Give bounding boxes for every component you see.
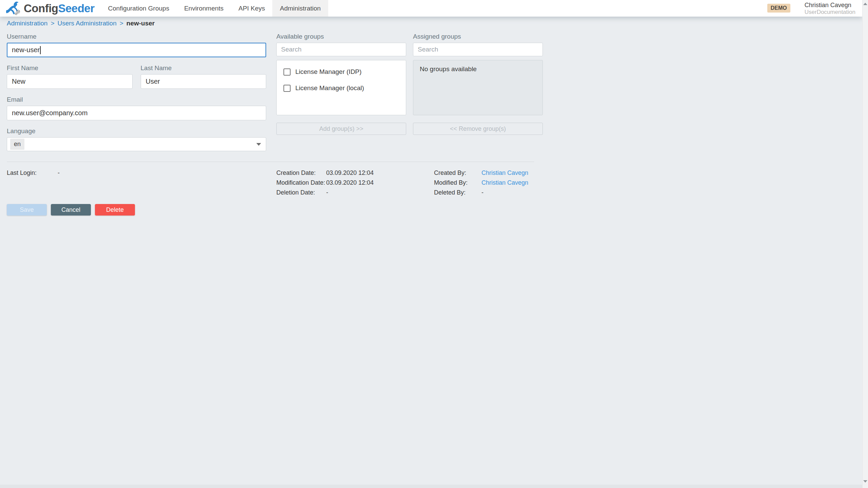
available-groups-section: Available groups License Manager (IDP) L… [276, 33, 406, 151]
action-buttons: Save Cancel Delete [7, 204, 862, 216]
nav-environments[interactable]: Environments [177, 0, 231, 17]
cancel-button[interactable]: Cancel [51, 204, 91, 216]
language-select[interactable]: en [7, 137, 266, 151]
metadata-section: Last Login: - Creation Date: 03.09.2020 … [7, 169, 862, 199]
creation-date-label: Creation Date: [276, 169, 326, 177]
scroll-up-icon[interactable] [863, 3, 867, 5]
modified-by-link[interactable]: Christian Cavegn [481, 179, 528, 186]
nav-administration[interactable]: Administration [272, 0, 328, 17]
chevron-down-icon [256, 143, 261, 146]
group-item-license-manager-idp[interactable]: License Manager (IDP) [277, 64, 406, 80]
email-input[interactable] [7, 106, 266, 120]
main-content: Administration > Users Administration > … [0, 17, 862, 485]
available-groups-search-input[interactable] [276, 43, 406, 56]
header-right: DEMO Christian Cavegn UserDocumentation [767, 1, 862, 15]
vertical-scrollbar[interactable] [862, 0, 868, 488]
last-login-label: Last Login: [7, 169, 58, 177]
deletion-date-value: - [326, 189, 328, 196]
first-name-label: First Name [7, 64, 133, 72]
add-groups-button[interactable]: Add group(s) >> [276, 123, 406, 135]
breadcrumb-administration[interactable]: Administration [7, 20, 47, 27]
group-item-label: License Manager (local) [295, 84, 364, 92]
scroll-down-icon[interactable] [863, 480, 867, 483]
user-name: Christian Cavegn [805, 2, 855, 9]
deleted-by-value: - [481, 189, 484, 196]
modification-date-label: Modification Date: [276, 179, 326, 186]
breadcrumb-separator-icon: > [51, 20, 54, 27]
user-menu[interactable]: Christian Cavegn UserDocumentation [805, 1, 855, 15]
last-name-input[interactable] [141, 74, 267, 89]
checkbox-icon[interactable] [283, 68, 291, 76]
checkbox-icon[interactable] [283, 85, 291, 92]
available-groups-list: License Manager (IDP) License Manager (l… [276, 60, 406, 115]
remove-groups-button[interactable]: << Remove group(s) [413, 123, 543, 135]
assigned-groups-section: Assigned groups No groups available << R… [413, 33, 543, 151]
email-label: Email [7, 96, 266, 103]
app-window: ConfigSeeder Configuration Groups Enviro… [0, 0, 868, 488]
header-bar: ConfigSeeder Configuration Groups Enviro… [0, 0, 862, 17]
first-name-input[interactable] [7, 74, 133, 89]
username-label: Username [7, 33, 266, 40]
last-name-label: Last Name [141, 64, 267, 72]
sower-mascot-icon [6, 1, 21, 16]
created-by-label: Created By: [434, 169, 481, 177]
delete-button[interactable]: Delete [95, 204, 135, 216]
horizontal-scrollbar[interactable] [0, 485, 862, 488]
language-selected-chip: en [10, 139, 24, 150]
user-tenant: UserDocumentation [805, 9, 855, 16]
no-groups-text: No groups available [420, 65, 477, 73]
assigned-groups-label: Assigned groups [413, 33, 543, 40]
nav-api-keys[interactable]: API Keys [231, 0, 272, 17]
breadcrumb-separator-icon: > [120, 20, 123, 27]
deletion-date-label: Deletion Date: [276, 189, 326, 196]
group-item-label: License Manager (IDP) [295, 68, 361, 76]
breadcrumb-current-page: new-user [126, 20, 155, 27]
user-form: Username new-user First Name Last Name [7, 33, 266, 151]
demo-badge: DEMO [767, 4, 790, 13]
creation-date-value: 03.09.2020 12:04 [326, 169, 374, 177]
main-nav: Configuration Groups Environments API Ke… [101, 0, 328, 17]
assigned-groups-search-input[interactable] [413, 43, 543, 56]
group-item-license-manager-local[interactable]: License Manager (local) [277, 80, 406, 96]
text-caret [40, 46, 41, 54]
modified-by-label: Modified By: [434, 179, 481, 186]
created-by-link[interactable]: Christian Cavegn [481, 169, 528, 177]
assigned-groups-list: No groups available [413, 60, 543, 115]
deleted-by-label: Deleted By: [434, 189, 481, 196]
logo-text: ConfigSeeder [24, 2, 95, 15]
section-divider [7, 162, 534, 162]
username-input[interactable]: new-user [7, 43, 266, 57]
last-login-value: - [58, 169, 60, 177]
modification-date-value: 03.09.2020 12:04 [326, 179, 374, 186]
breadcrumb-users-administration[interactable]: Users Administration [58, 20, 117, 27]
breadcrumb: Administration > Users Administration > … [7, 20, 862, 27]
available-groups-label: Available groups [276, 33, 406, 40]
save-button[interactable]: Save [7, 204, 47, 216]
nav-configuration-groups[interactable]: Configuration Groups [101, 0, 177, 17]
username-value: new-user [12, 46, 40, 54]
language-label: Language [7, 127, 266, 135]
app-logo[interactable]: ConfigSeeder [6, 1, 95, 16]
